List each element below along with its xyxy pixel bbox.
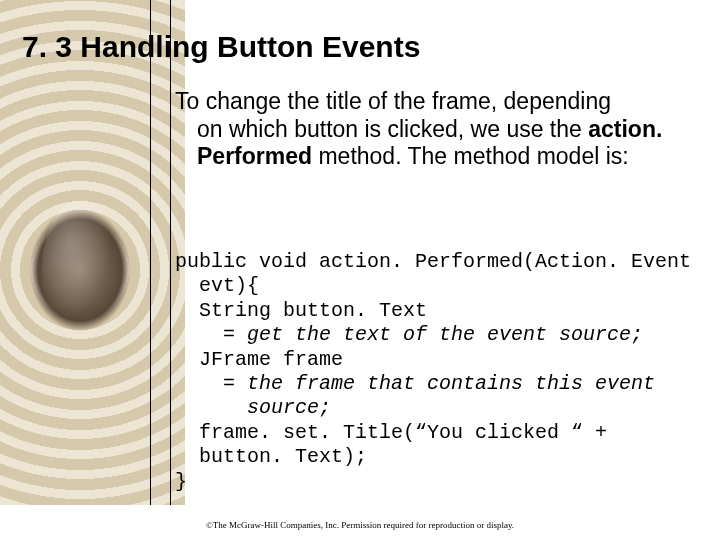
- code-l4b: get the text of the event source;: [247, 323, 643, 346]
- body-rest-post: method. The method model is:: [312, 143, 629, 169]
- slide-body-text: To change the title of the frame, depend…: [175, 88, 705, 171]
- code-l7: source;: [175, 396, 331, 419]
- vertical-rule-right: [170, 0, 171, 505]
- code-l3: String button. Text: [175, 299, 427, 322]
- body-rest-pre: on which button is clicked, we use the: [197, 116, 588, 142]
- code-l10: }: [175, 470, 187, 493]
- code-l8: frame. set. Title(“You clicked “ +: [175, 421, 607, 444]
- code-l2: evt){: [175, 274, 259, 297]
- code-l6b: the frame that contains this event: [247, 372, 655, 395]
- code-l9: button. Text);: [175, 445, 367, 468]
- body-line-1: To change the title of the frame, depend…: [175, 88, 705, 116]
- vertical-rule-left: [150, 0, 151, 505]
- code-block: public void action. Performed(Action. Ev…: [175, 250, 705, 494]
- zen-stone-background: [0, 0, 185, 505]
- code-l6a: =: [175, 372, 247, 395]
- slide: 7. 3 Handling Button Events To change th…: [0, 0, 720, 540]
- body-rest: on which button is clicked, we use the a…: [175, 116, 705, 171]
- code-l4a: =: [175, 323, 247, 346]
- code-l1: public void action. Performed(Action. Ev…: [175, 250, 691, 273]
- code-l5: JFrame frame: [175, 348, 343, 371]
- slide-heading: 7. 3 Handling Button Events: [22, 30, 420, 64]
- copyright-footer: ©The McGraw-Hill Companies, Inc. Permiss…: [0, 520, 720, 530]
